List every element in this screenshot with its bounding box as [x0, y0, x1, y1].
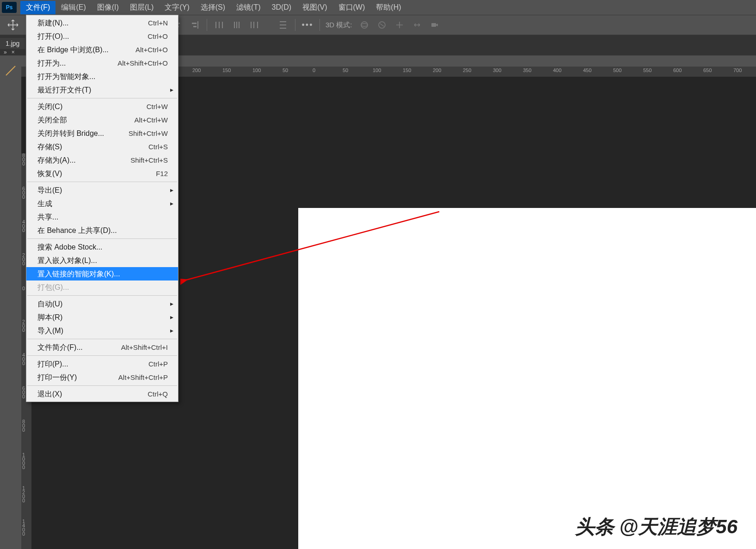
menu-item-label: 打开为... — [37, 58, 66, 68]
menu-item-shortcut: Alt+Ctrl+O — [135, 44, 168, 55]
menu-item-shortcut: Ctrl+P — [148, 359, 168, 369]
file-menu-item[interactable]: 打印一份(Y)Alt+Shift+Ctrl+P — [26, 371, 178, 384]
file-menu-item[interactable]: 在 Behance 上共享(D)... — [26, 224, 178, 237]
svg-rect-25 — [253, 22, 254, 28]
file-menu-item[interactable]: 共享... — [26, 210, 178, 224]
expand-tools-icon[interactable]: » — [4, 49, 7, 55]
svg-rect-24 — [251, 22, 252, 28]
menu-edit[interactable]: 编辑(E) — [55, 1, 91, 14]
menu-item-label: 打开(O)... — [37, 31, 69, 42]
document-tab[interactable]: 1.jpg — [0, 38, 25, 49]
menu-item-shortcut: Alt+Shift+Ctrl+I — [121, 342, 168, 353]
menu-item-label: 置入嵌入对象(L)... — [37, 255, 97, 266]
menu-item-label: 导入(M) — [37, 325, 63, 336]
menu-separator — [27, 295, 177, 296]
menu-item-label: 生成 — [37, 198, 52, 209]
menu-file[interactable]: 文件(F) — [20, 1, 55, 14]
file-menu-item[interactable]: 关闭全部Alt+Ctrl+W — [26, 113, 178, 127]
file-menu-item[interactable]: 置入嵌入对象(L)... — [26, 254, 178, 267]
menu-item-label: 存储为(A)... — [37, 155, 76, 165]
file-menu-item[interactable]: 存储为(A)...Shift+Ctrl+S — [26, 153, 178, 167]
file-menu-item[interactable]: 打印(P)...Ctrl+P — [26, 357, 178, 371]
dist-h2-icon[interactable] — [230, 18, 243, 31]
menu-filter[interactable]: 滤镜(T) — [231, 1, 266, 14]
menu-image[interactable]: 图像(I) — [92, 1, 124, 14]
app-logo-icon: Ps — [2, 2, 17, 13]
file-menu-item[interactable]: 导出(E) — [26, 183, 178, 197]
file-menu-item[interactable]: 置入链接的智能对象(K)... — [26, 267, 178, 281]
menu-separator — [27, 238, 177, 239]
menu-3d[interactable]: 3D(D) — [266, 1, 297, 13]
menu-separator — [27, 339, 177, 339]
menu-view[interactable]: 视图(V) — [297, 1, 332, 14]
file-menu-item[interactable]: 在 Bridge 中浏览(B)...Alt+Ctrl+O — [26, 43, 178, 56]
3d-camera-icon[interactable] — [428, 18, 441, 31]
file-menu-item[interactable]: 生成 — [26, 197, 178, 210]
ruler-tool-icon[interactable] — [0, 62, 21, 79]
file-menu-item[interactable]: 打开(O)...Ctrl+O — [26, 30, 178, 43]
svg-rect-19 — [219, 22, 220, 28]
3d-mode-label: 3D 模式: — [326, 21, 352, 30]
menu-item-shortcut: Alt+Shift+Ctrl+O — [117, 58, 168, 68]
move-tool-icon[interactable] — [6, 18, 20, 32]
file-menu-item[interactable]: 新建(N)...Ctrl+N — [26, 16, 178, 30]
menu-item-label: 打开为智能对象... — [37, 71, 95, 82]
menu-item-label: 关闭(C) — [37, 101, 62, 112]
menu-item-label: 打包(G)... — [37, 282, 69, 293]
file-menu-item[interactable]: 存储(S)Ctrl+S — [26, 140, 178, 153]
file-menu-item[interactable]: 文件简介(F)...Alt+Shift+Ctrl+I — [26, 341, 178, 354]
divider-icon — [207, 19, 207, 31]
menu-item-label: 搜索 Adobe Stock... — [37, 242, 103, 252]
file-menu-item[interactable]: 恢复(V)F12 — [26, 167, 178, 180]
tool-column — [0, 62, 21, 549]
more-options-icon[interactable]: ••• — [301, 18, 314, 31]
svg-rect-28 — [280, 24, 286, 25]
3d-orbit-icon[interactable] — [358, 18, 371, 31]
menu-item-shortcut: Ctrl+S — [148, 141, 168, 152]
svg-rect-16 — [192, 23, 197, 24]
menu-item-label: 共享... — [37, 212, 58, 222]
file-menu-item[interactable]: 退出(X)Ctrl+Q — [26, 387, 178, 401]
file-menu-item[interactable]: 自动(U) — [26, 297, 178, 311]
menu-item-label: 在 Bridge 中浏览(B)... — [37, 44, 109, 55]
menu-item-label: 打印一份(Y) — [37, 372, 77, 383]
menu-item-label: 在 Behance 上共享(D)... — [37, 225, 117, 236]
menu-window[interactable]: 窗口(W) — [333, 1, 371, 14]
file-menu-item[interactable]: 关闭并转到 Bridge...Shift+Ctrl+W — [26, 127, 178, 140]
menu-item-label: 导出(E) — [37, 185, 62, 195]
dist-v-icon[interactable] — [277, 18, 289, 31]
menu-item-label: 关闭并转到 Bridge... — [37, 128, 104, 139]
3d-roll-icon[interactable] — [375, 18, 388, 31]
svg-rect-27 — [280, 21, 286, 22]
menu-separator — [27, 355, 177, 356]
dist-h3-icon[interactable] — [248, 18, 261, 31]
menu-layer[interactable]: 图层(L) — [124, 1, 160, 14]
menu-separator — [27, 385, 177, 386]
file-menu-item[interactable]: 关闭(C)Ctrl+W — [26, 100, 178, 113]
file-menu-item[interactable]: 脚本(R) — [26, 311, 178, 324]
canvas-page[interactable] — [298, 208, 756, 549]
svg-rect-15 — [197, 21, 198, 29]
watermark-attribution: 头条 @天涯追梦56 — [575, 514, 738, 540]
align-right-icon[interactable] — [188, 18, 201, 31]
dist-h1-icon[interactable] — [213, 18, 226, 31]
3d-pan-icon[interactable] — [393, 18, 406, 31]
menu-item-label: 存储(S) — [37, 141, 62, 152]
menu-type[interactable]: 文字(Y) — [159, 1, 195, 14]
menu-select[interactable]: 选择(S) — [195, 1, 231, 14]
menubar: Ps 文件(F) 编辑(E) 图像(I) 图层(L) 文字(Y) 选择(S) 滤… — [0, 0, 756, 15]
file-menu-item[interactable]: 最近打开文件(T) — [26, 83, 178, 97]
svg-rect-18 — [215, 22, 216, 28]
file-menu-item[interactable]: 搜索 Adobe Stock... — [26, 240, 178, 254]
svg-rect-29 — [280, 28, 286, 29]
menu-help[interactable]: 帮助(H) — [370, 1, 406, 14]
close-panel-icon[interactable]: × — [12, 49, 15, 55]
file-menu-item[interactable]: 打开为...Alt+Shift+Ctrl+O — [26, 56, 178, 70]
file-menu-item[interactable]: 导入(M) — [26, 324, 178, 337]
3d-slide-icon[interactable] — [411, 18, 424, 31]
menu-item-shortcut: Ctrl+Q — [148, 389, 168, 399]
distribute-group — [213, 18, 261, 31]
file-menu-item[interactable]: 打开为智能对象... — [26, 70, 178, 83]
menu-item-shortcut: Ctrl+N — [148, 18, 168, 28]
menu-item-shortcut: Shift+Ctrl+W — [129, 128, 168, 139]
